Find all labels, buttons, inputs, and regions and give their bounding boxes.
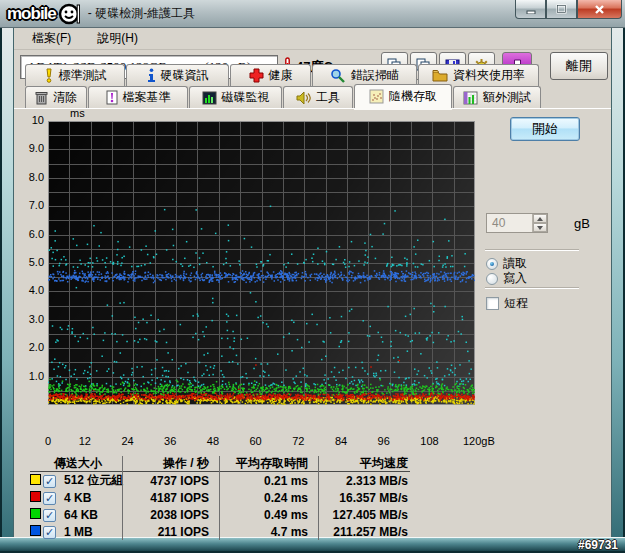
y-tick-label: 10 [14, 114, 44, 126]
menu-item-help[interactable]: 說明(H) [89, 28, 146, 49]
title-bar: mobile - 硬碟檢測-維護工具 [0, 0, 625, 28]
tab-資料夾使用率[interactable]: 資料夾使用率 [418, 64, 539, 86]
mobile01-logo: mobile [7, 3, 80, 25]
watermark-text: #69731 [578, 538, 618, 552]
folder-icon [432, 69, 448, 82]
tab-標準測試[interactable]: 標準測試 [25, 64, 125, 86]
table-column-separator [318, 456, 319, 540]
write-radio-label: 寫入 [503, 270, 527, 287]
series-color-swatch [30, 474, 41, 485]
y-tick-label: 3.0 [14, 313, 44, 325]
short-stroke-label: 短程 [504, 295, 528, 312]
extra-test-icon [463, 91, 478, 105]
table-column-separator [219, 456, 220, 540]
tab-工具[interactable]: 工具 [283, 86, 353, 108]
table-row: ✓512 位元組4737 IOPS0.21 ms2.313 MB/s [30, 472, 410, 489]
minimize-icon [526, 5, 536, 14]
cell-access-time: 4.7 ms [219, 525, 318, 539]
close-button[interactable] [577, 0, 622, 19]
mobile01-face-icon [58, 3, 80, 25]
table-column-separator [122, 456, 123, 540]
header-avg-speed: 平均速度 [318, 455, 410, 472]
random-access-scatter-canvas [48, 121, 475, 405]
separator [485, 249, 579, 251]
tab-label: 健康 [269, 67, 293, 84]
series-checkbox[interactable]: ✓ [43, 526, 56, 539]
window-border-right [611, 28, 625, 538]
cell-avg-speed: 16.357 MB/s [318, 491, 410, 505]
tab-清除[interactable]: 清除 [25, 86, 87, 108]
series-checkbox[interactable]: ✓ [43, 509, 56, 522]
mobile01-logo-text: mobile [7, 4, 56, 24]
tab-label: 標準測試 [59, 67, 107, 84]
y-tick-label: 8.0 [14, 171, 44, 183]
y-tick-label: 6.0 [14, 228, 44, 240]
range-spinner[interactable]: 40 [486, 213, 548, 233]
tab-硬碟資訊[interactable]: 硬碟資訊 [126, 64, 229, 86]
cell-iops: 211 IOPS [126, 525, 219, 539]
y-axis-unit-label: ms [70, 107, 85, 119]
triangle-down-icon [537, 226, 543, 230]
tab-label: 工具 [316, 89, 340, 106]
cell-transfer-size: 64 KB [64, 508, 126, 522]
separator [485, 287, 579, 289]
spinner-up-button[interactable] [533, 214, 547, 223]
table-row: ✓64 KB2038 IOPS0.49 ms127.405 MB/s [30, 506, 410, 523]
read-radio[interactable] [486, 258, 498, 270]
exit-button[interactable]: 離開 [550, 52, 608, 80]
random-dots-icon [369, 89, 384, 104]
start-button[interactable]: 開始 [510, 117, 580, 141]
cell-iops: 4737 IOPS [126, 474, 219, 488]
trash-icon [35, 90, 48, 105]
results-table-header: 傳送大小操作 / 秒平均存取時間平均速度 [30, 456, 410, 472]
cell-avg-speed: 2.313 MB/s [318, 474, 410, 488]
range-spinner-value: 40 [487, 214, 532, 232]
tab-健康[interactable]: 健康 [230, 64, 311, 86]
tab-磁碟監視[interactable]: 磁碟監視 [189, 86, 282, 108]
cell-access-time: 0.24 ms [219, 491, 318, 505]
y-tick-label: 1.0 [14, 370, 44, 382]
y-tick-label: 7.0 [14, 199, 44, 211]
minimize-button[interactable] [515, 0, 546, 19]
short-stroke-checkbox[interactable] [486, 297, 499, 310]
y-tick-label: 2.0 [14, 341, 44, 353]
magnifier-icon [330, 68, 346, 83]
short-stroke-row: 短程 [486, 295, 528, 312]
tab-錯誤掃瞄[interactable]: 錯誤掃瞄 [312, 64, 417, 86]
tab-label: 額外測試 [483, 89, 531, 106]
exit-button-label: 離開 [566, 57, 592, 75]
write-radio-row: 寫入 [486, 270, 527, 287]
info-icon [147, 68, 156, 83]
y-tick-label: 9.0 [14, 142, 44, 154]
menu-item-file[interactable]: 檔案(F) [24, 28, 79, 49]
spinner-down-button[interactable] [533, 223, 547, 232]
tab-label: 錯誤掃瞄 [351, 67, 399, 84]
tab-檔案基準[interactable]: 檔案基準 [88, 86, 188, 108]
series-checkbox[interactable]: ✓ [43, 475, 56, 488]
disk-monitor-icon [202, 91, 217, 105]
tab-row-1: 標準測試硬碟資訊健康錯誤掃瞄資料夾使用率 [25, 64, 540, 86]
tab-label: 硬碟資訊 [161, 67, 209, 84]
client-area: 檔案(F)說明(H) ADATA SSD S599 128GB (120 gB)… [14, 28, 611, 537]
write-radio[interactable] [486, 273, 498, 285]
cell-avg-speed: 127.405 MB/s [318, 508, 410, 522]
tab-row-2: 清除檔案基準磁碟監視工具隨機存取額外測試 [25, 86, 542, 108]
series-color-swatch [30, 525, 41, 536]
tab-隨機存取[interactable]: 隨機存取 [354, 84, 452, 108]
cell-transfer-size: 512 位元組 [64, 472, 126, 489]
file-benchmark-icon [106, 90, 118, 105]
cell-avg-speed: 211.257 MB/s [318, 525, 410, 539]
window-border-left [0, 28, 14, 538]
cell-iops: 4187 IOPS [126, 491, 219, 505]
series-color-swatch [30, 508, 41, 519]
tab-額外測試[interactable]: 額外測試 [453, 86, 541, 108]
results-table: 傳送大小操作 / 秒平均存取時間平均速度✓512 位元組4737 IOPS0.2… [30, 456, 410, 540]
range-unit-label: gB [574, 216, 590, 231]
random-access-chart [48, 121, 475, 405]
cell-access-time: 0.49 ms [219, 508, 318, 522]
tab-label: 檔案基準 [123, 89, 171, 106]
header-transfer-size: 傳送大小 [30, 455, 126, 472]
series-checkbox[interactable]: ✓ [43, 492, 56, 505]
maximize-button[interactable] [546, 0, 577, 19]
tab-label: 資料夾使用率 [453, 67, 525, 84]
